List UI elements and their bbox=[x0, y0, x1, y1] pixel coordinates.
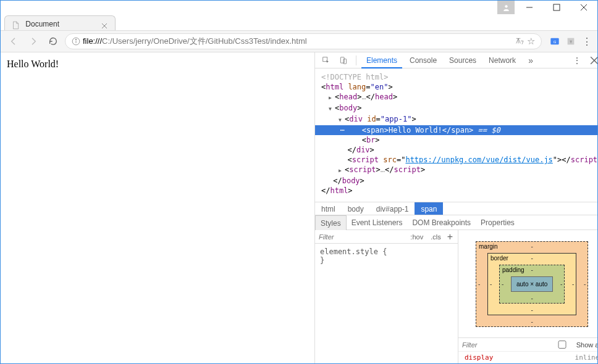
extension-translate-icon[interactable]: G bbox=[549, 36, 560, 47]
subtab-event-listeners[interactable]: Event Listeners bbox=[347, 215, 408, 230]
devtools-tab-network[interactable]: Network bbox=[484, 52, 521, 68]
device-toggle-button[interactable] bbox=[336, 54, 351, 67]
devtools-close-button[interactable] bbox=[587, 54, 598, 67]
page-content: Hello World! bbox=[1, 52, 315, 363]
svg-rect-2 bbox=[554, 4, 560, 10]
forward-button[interactable] bbox=[25, 33, 41, 49]
devtools-toolbar: Elements Console Sources Network » ⋮ bbox=[315, 52, 598, 68]
cls-toggle[interactable]: .cls bbox=[428, 233, 444, 241]
computed-filter-input[interactable] bbox=[462, 341, 548, 349]
url-text: file:///C:/Users/jerry/OneDrive/文件/GitHu… bbox=[83, 36, 512, 47]
crumb-div[interactable]: div#app-1 bbox=[370, 202, 415, 215]
window-minimize-button[interactable] bbox=[516, 1, 543, 14]
reload-button[interactable] bbox=[45, 33, 61, 49]
window-close-button[interactable] bbox=[570, 1, 597, 14]
file-icon bbox=[11, 20, 20, 28]
add-rule-button[interactable]: + bbox=[446, 231, 454, 242]
subtab-dom-breakpoints[interactable]: DOM Breakpoints bbox=[407, 215, 476, 230]
back-button[interactable] bbox=[6, 33, 22, 49]
crumb-html[interactable]: html bbox=[315, 202, 342, 215]
svg-point-9 bbox=[75, 39, 76, 40]
extension-icon[interactable]: T bbox=[565, 36, 576, 47]
content-size: auto × auto bbox=[511, 276, 553, 292]
devtools-menu-button[interactable]: ⋮ bbox=[570, 54, 584, 67]
browser-tab[interactable]: Document bbox=[4, 15, 116, 30]
window-maximize-button[interactable] bbox=[543, 1, 570, 14]
crumb-body[interactable]: body bbox=[342, 202, 370, 215]
devtools-tab-console[interactable]: Console bbox=[405, 52, 442, 68]
inspect-element-button[interactable] bbox=[319, 54, 334, 67]
devtools-tab-elements[interactable]: Elements bbox=[361, 52, 402, 68]
page-hello-text: Hello World! bbox=[7, 59, 59, 69]
browser-toolbar: file:///C:/Users/jerry/OneDrive/文件/GitHu… bbox=[1, 30, 597, 52]
style-rules[interactable]: element.style { } bbox=[315, 244, 458, 268]
translate-icon[interactable] bbox=[515, 36, 524, 46]
svg-text:T: T bbox=[570, 40, 572, 44]
window-titlebar bbox=[1, 1, 597, 14]
subtab-properties[interactable]: Properties bbox=[476, 215, 520, 230]
subtab-styles[interactable]: Styles bbox=[315, 215, 347, 230]
more-tabs-button[interactable]: » bbox=[523, 54, 538, 67]
tab-title: Document bbox=[25, 20, 59, 28]
crumb-span[interactable]: span bbox=[415, 202, 443, 215]
star-icon[interactable]: ☆ bbox=[527, 36, 535, 47]
border-label: border bbox=[491, 255, 508, 262]
svg-point-0 bbox=[505, 5, 507, 7]
menu-button[interactable]: ⋮ bbox=[581, 36, 592, 47]
padding-label: padding bbox=[502, 267, 524, 273]
svg-text:G: G bbox=[554, 40, 557, 44]
styles-filter-input[interactable] bbox=[319, 233, 405, 241]
box-model-diagram: margin ---- border ---- padding ---- aut… bbox=[458, 230, 598, 337]
browser-tab-strip: Document bbox=[1, 14, 597, 30]
computed-row[interactable]: display inline bbox=[458, 351, 598, 363]
showall-checkbox[interactable] bbox=[552, 341, 573, 349]
margin-label: margin bbox=[479, 243, 498, 250]
hov-toggle[interactable]: :hov bbox=[408, 233, 426, 241]
styles-subtabs: Styles Event Listeners DOM Breakpoints P… bbox=[315, 215, 598, 230]
chrome-user-button[interactable] bbox=[497, 1, 515, 14]
showall-label: Show all bbox=[576, 341, 598, 349]
info-icon[interactable] bbox=[72, 37, 80, 46]
styles-pane: :hov .cls + element.style { } bbox=[315, 230, 458, 363]
selected-node[interactable]: ⋯ <span>Hello World!</span> == $0 bbox=[315, 125, 598, 135]
devtools-tab-sources[interactable]: Sources bbox=[444, 52, 481, 68]
devtools-panel: Elements Console Sources Network » ⋮ <!D… bbox=[315, 52, 598, 363]
address-bar[interactable]: file:///C:/Users/jerry/OneDrive/文件/GitHu… bbox=[65, 33, 542, 49]
tab-close-button[interactable] bbox=[101, 19, 110, 28]
dom-breadcrumb: html body div#app-1 span bbox=[315, 202, 598, 215]
elements-tree[interactable]: <!DOCTYPE html> <html lang="en"> <head>…… bbox=[315, 68, 598, 202]
